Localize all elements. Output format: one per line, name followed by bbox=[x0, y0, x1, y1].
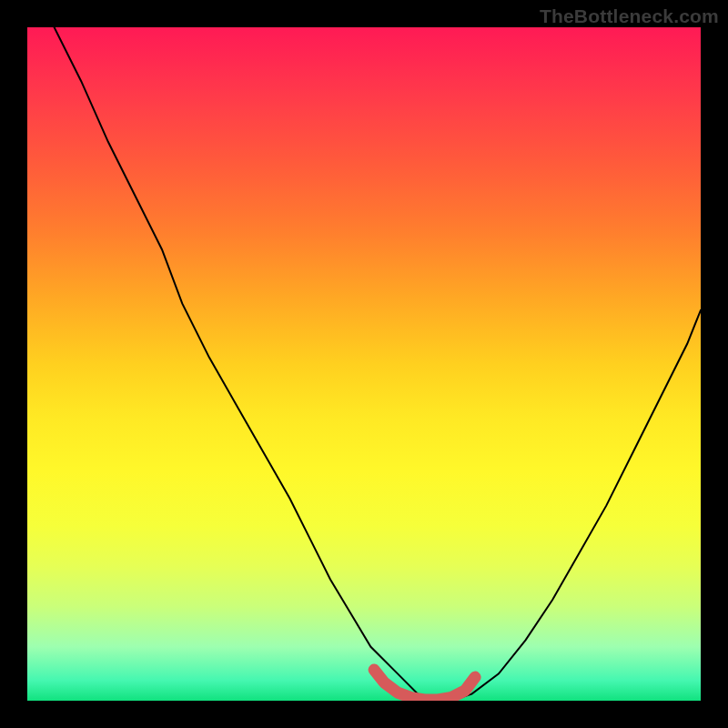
bottleneck-curve bbox=[55, 27, 701, 701]
curve-svg bbox=[27, 27, 701, 701]
watermark-text: TheBottleneck.com bbox=[540, 5, 719, 27]
plot-area bbox=[27, 27, 701, 701]
chart-frame: TheBottleneck.com bbox=[0, 0, 728, 728]
optimal-region-curve bbox=[374, 670, 475, 700]
